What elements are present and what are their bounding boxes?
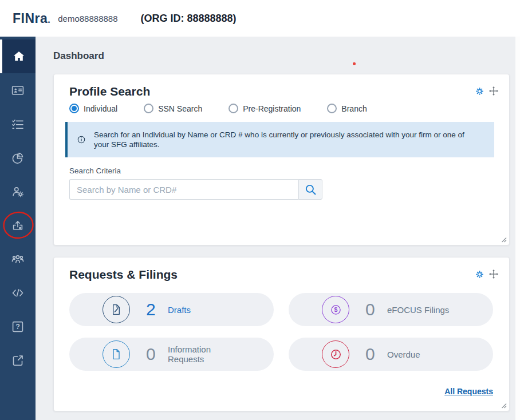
resize-grip-icon <box>499 401 507 409</box>
svg-text:$: $ <box>334 306 337 313</box>
home-icon <box>12 50 26 64</box>
widget-move-button[interactable] <box>489 269 499 279</box>
help-icon: ? <box>11 320 25 334</box>
sidebar-item-tasks[interactable] <box>0 107 36 141</box>
move-icon <box>489 86 499 96</box>
sidebar-item-api[interactable] <box>0 276 36 310</box>
all-requests-link[interactable]: All Requests <box>444 387 493 396</box>
checklist-icon <box>11 117 25 131</box>
widget-settings-button[interactable] <box>474 86 484 96</box>
stat-count: 0 <box>365 344 378 364</box>
stat-count: 0 <box>146 344 159 364</box>
stat-pill-drafts[interactable]: 2 Drafts <box>69 293 274 326</box>
sidebar-nav: ? <box>0 37 36 420</box>
requests-filings-widget: Requests & Filings <box>53 257 510 411</box>
widget-move-button[interactable] <box>489 86 499 96</box>
draft-document-icon <box>110 303 123 316</box>
widget-resize-handle[interactable] <box>499 401 507 409</box>
stat-pill-overdue[interactable]: 0 Overdue <box>289 338 493 371</box>
widget-settings-button[interactable] <box>474 269 484 279</box>
search-type-radio-group: Individual SSN Search Pre-Registration B… <box>69 104 493 113</box>
sidebar-item-external[interactable] <box>0 343 36 377</box>
radio-individual[interactable]: Individual <box>69 104 117 113</box>
radio-dot <box>144 104 153 113</box>
main-content: Dashboard Profile Search <box>36 37 515 420</box>
sidebar-item-help[interactable]: ? <box>0 310 36 343</box>
radio-pre-registration[interactable]: Pre-Registration <box>229 104 301 113</box>
stats-grid: 2 Drafts $ 0 eFOCUS Filings <box>69 293 493 371</box>
radio-dot <box>327 104 337 113</box>
widget-actions <box>474 269 499 279</box>
sidebar-item-home[interactable] <box>0 39 36 73</box>
sidebar-item-reports[interactable] <box>0 141 36 175</box>
stat-count: 0 <box>365 300 378 319</box>
resize-grip-icon <box>499 235 507 243</box>
sidebar-item-profiles[interactable] <box>0 73 36 107</box>
gear-icon <box>475 86 484 96</box>
radio-dot <box>229 104 238 113</box>
clock-icon <box>329 348 342 361</box>
page-title: Dashboard <box>36 37 515 62</box>
stat-pill-efocus-filings[interactable]: $ 0 eFOCUS Filings <box>289 293 493 326</box>
team-icon <box>11 252 25 266</box>
external-link-icon <box>11 354 25 367</box>
stat-label: Information Requests <box>168 344 239 364</box>
profile-search-title: Profile Search <box>69 85 150 98</box>
user-settings-icon <box>11 185 25 199</box>
account-name: demo88888888 <box>58 14 117 23</box>
sidebar-item-team[interactable] <box>0 242 36 276</box>
scrollbar-track[interactable] <box>515 37 520 420</box>
radio-ssn-search[interactable]: SSN Search <box>144 104 202 113</box>
stat-count: 2 <box>146 300 159 319</box>
org-id-label: (ORG ID: 88888888) <box>141 13 237 25</box>
submit-filing-icon <box>11 219 25 232</box>
widget-resize-handle[interactable] <box>499 235 507 243</box>
code-icon <box>11 286 25 300</box>
requests-filings-title: Requests & Filings <box>69 268 178 282</box>
sidebar-item-submit-filing[interactable] <box>0 208 36 242</box>
profile-search-widget: Profile Search <box>53 74 510 245</box>
pie-chart-icon <box>11 151 25 165</box>
search-criteria-label: Search Criteria <box>69 167 493 175</box>
stat-label: Overdue <box>387 350 458 359</box>
document-icon <box>110 348 123 360</box>
search-button[interactable] <box>298 179 322 200</box>
radio-dot <box>69 104 79 113</box>
finra-logo[interactable]: FINra. <box>13 11 50 26</box>
svg-text:?: ? <box>15 323 20 331</box>
widget-actions <box>474 86 499 96</box>
stat-pill-information-requests[interactable]: 0 Information Requests <box>69 338 274 371</box>
stat-label: Drafts <box>168 305 239 315</box>
top-header: FINra. demo88888888 (ORG ID: 88888888) <box>0 0 520 37</box>
search-icon <box>304 183 317 196</box>
search-input[interactable] <box>69 179 298 200</box>
stat-label: eFOCUS Filings <box>387 305 458 315</box>
move-icon <box>489 269 499 279</box>
radio-branch[interactable]: Branch <box>327 104 367 113</box>
contact-card-icon <box>11 84 25 97</box>
info-message-text: Search for an Individual by Name or CRD … <box>94 130 478 149</box>
info-message-box: Search for an Individual by Name or CRD … <box>65 122 494 157</box>
info-icon <box>76 134 86 145</box>
gear-icon <box>475 270 484 279</box>
sidebar-item-user-admin[interactable] <box>0 175 36 208</box>
dollar-circle-icon: $ <box>329 303 342 316</box>
